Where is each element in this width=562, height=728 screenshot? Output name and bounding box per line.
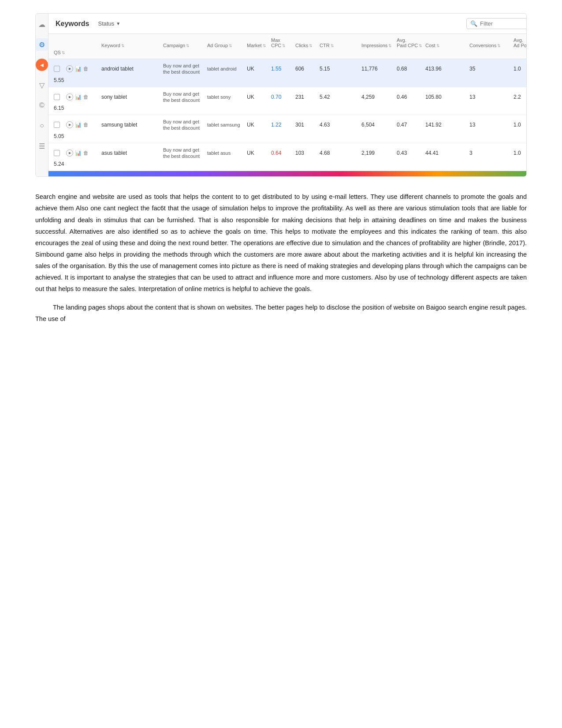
ctr-cell: 5.15 xyxy=(318,65,360,73)
table-footer-bar xyxy=(48,171,527,176)
sidebar-icon-cloud[interactable]: ☁ xyxy=(36,18,48,30)
row-checkbox[interactable] xyxy=(52,93,64,101)
keyword-cell: samsung tablet xyxy=(100,121,161,129)
ad-group-sort-icon: ⇅ xyxy=(229,44,232,48)
max-cpc-sort-icon: ⇅ xyxy=(282,44,286,48)
avg-ad-position-cell: 1.0 xyxy=(512,121,527,129)
play-button[interactable]: ▶ xyxy=(66,93,73,101)
col-max-cpc[interactable]: Max CPC ⇅ xyxy=(269,37,294,49)
edit-icon[interactable]: 🗑 xyxy=(83,150,89,156)
row-actions[interactable]: ▶ 📊 🗑 xyxy=(64,64,100,73)
row-checkbox[interactable] xyxy=(52,149,64,157)
sidebar-icon-menu[interactable]: ☰ xyxy=(36,140,48,152)
market-cell: UK xyxy=(245,121,269,129)
filter-search-box[interactable]: 🔍 xyxy=(466,18,527,29)
sidebar-icon-filter[interactable]: ▽ xyxy=(36,79,48,91)
edit-icon[interactable]: 🗑 xyxy=(83,66,89,72)
conversions-sort-icon: ⇅ xyxy=(497,44,501,48)
campaign-cell: Buy now and get the best discount xyxy=(161,62,205,76)
row-checkbox[interactable] xyxy=(52,65,64,73)
play-button[interactable]: ▶ xyxy=(66,65,73,72)
clicks-cell: 231 xyxy=(294,93,318,101)
ad-group-cell: tablet asus xyxy=(205,149,245,157)
col-avg-paid-cpc[interactable]: Avg. Paid CPC ⇅ xyxy=(395,37,424,49)
play-button[interactable]: ▶ xyxy=(66,149,73,157)
row-actions[interactable]: ▶ 📊 🗑 xyxy=(64,93,100,101)
col-actions xyxy=(64,37,100,49)
sidebar-icon-circle[interactable]: ○ xyxy=(36,119,48,132)
col-campaign[interactable]: Campaign ⇅ xyxy=(161,37,205,49)
column-headers: Keyword ⇅ Campaign ⇅ Ad Group ⇅ Market ⇅… xyxy=(48,34,527,59)
row-actions[interactable]: ▶ 📊 🗑 xyxy=(64,149,100,157)
cost-cell: 105.80 xyxy=(424,93,468,101)
col-ctr[interactable]: CTR ⇅ xyxy=(318,37,360,49)
table-row: ▶ 📊 🗑 sony tablet Buy now and get the be… xyxy=(48,87,527,116)
col-keyword[interactable]: Keyword ⇅ xyxy=(100,37,161,49)
page-title: Keywords xyxy=(56,20,89,28)
chart-icon[interactable]: 📊 xyxy=(75,150,82,156)
cost-cell: 141.92 xyxy=(424,121,468,129)
avg-paid-cpc-cell: 0.47 xyxy=(395,121,424,129)
campaign-sort-icon: ⇅ xyxy=(186,44,190,48)
campaign-cell: Buy now and get the best discount xyxy=(161,146,205,161)
sidebar: ☁ ⚙ ◄ ▽ © ○ ☰ xyxy=(36,14,48,176)
col-market[interactable]: Market ⇅ xyxy=(245,37,269,49)
col-conversions[interactable]: Conversions ⇅ xyxy=(468,37,512,49)
cost-cell: 44.41 xyxy=(424,149,468,157)
market-cell: UK xyxy=(245,149,269,157)
avg-ad-position-cell: 1.0 xyxy=(512,65,527,73)
chart-icon[interactable]: 📊 xyxy=(75,94,82,100)
edit-icon[interactable]: 🗑 xyxy=(83,94,89,100)
ctr-cell: 5.42 xyxy=(318,93,360,101)
table-body: ▶ 📊 🗑 android tablet Buy now and get the… xyxy=(48,59,527,171)
impressions-sort-icon: ⇅ xyxy=(388,44,392,48)
col-clicks[interactable]: Clicks ⇅ xyxy=(294,37,318,49)
sidebar-icon-settings[interactable]: ⚙ xyxy=(36,38,48,51)
filter-input[interactable] xyxy=(480,20,524,27)
avg-ad-position-cell: 1.0 xyxy=(512,149,527,157)
col-qs[interactable]: QS ⇅ xyxy=(52,49,64,56)
status-filter-button[interactable]: Status ▼ xyxy=(98,20,120,27)
avg-paid-cpc-cell: 0.46 xyxy=(395,93,424,101)
sidebar-icon-copyright[interactable]: © xyxy=(36,99,48,112)
qs-sort-icon: ⇅ xyxy=(62,51,65,55)
qs-cell: 5.24 xyxy=(52,160,64,168)
conversions-cell: 13 xyxy=(468,93,512,101)
table-row: ▶ 📊 🗑 android tablet Buy now and get the… xyxy=(48,59,527,87)
keywords-table-section: ☁ ⚙ ◄ ▽ © ○ ☰ Keywords Status ▼ 🔍 xyxy=(35,13,527,177)
qs-cell: 6.15 xyxy=(52,104,64,112)
clicks-sort-icon: ⇅ xyxy=(309,44,313,48)
avg-paid-cpc-cell: 0.43 xyxy=(395,149,424,157)
edit-icon[interactable]: 🗑 xyxy=(83,122,89,128)
impressions-cell: 4,259 xyxy=(360,93,395,101)
table-row: ▶ 📊 🗑 asus tablet Buy now and get the be… xyxy=(48,143,527,172)
keyword-cell: asus tablet xyxy=(100,149,161,157)
play-button[interactable]: ▶ xyxy=(66,121,73,128)
row-actions[interactable]: ▶ 📊 🗑 xyxy=(64,120,100,129)
ad-group-cell: tablet sony xyxy=(205,93,245,101)
impressions-cell: 6,504 xyxy=(360,121,395,129)
ad-group-cell: tablet samsung xyxy=(205,121,245,128)
clicks-cell: 103 xyxy=(294,149,318,157)
sidebar-icon-arrow[interactable]: ◄ xyxy=(36,59,48,71)
col-avg-ad-position[interactable]: Avg. Ad Position ⇅ xyxy=(512,37,527,49)
row-checkbox[interactable] xyxy=(52,121,64,129)
keyword-cell: android tablet xyxy=(100,65,161,73)
qs-cell: 5.05 xyxy=(52,132,64,140)
status-label: Status xyxy=(98,20,114,27)
col-cost[interactable]: Cost ⇅ xyxy=(424,37,468,49)
text-content-section: Search engine and website are used as to… xyxy=(35,191,527,325)
col-ad-group[interactable]: Ad Group ⇅ xyxy=(205,37,245,49)
keyword-cell: sony tablet xyxy=(100,93,161,101)
ctr-cell: 4.63 xyxy=(318,121,360,129)
col-impressions[interactable]: Impressions ⇅ xyxy=(360,37,395,49)
status-dropdown-icon: ▼ xyxy=(116,21,120,26)
chart-icon[interactable]: 📊 xyxy=(75,66,82,72)
conversions-cell: 35 xyxy=(468,65,512,73)
cost-cell: 413.96 xyxy=(424,65,468,73)
chart-icon[interactable]: 📊 xyxy=(75,122,82,128)
market-sort-icon: ⇅ xyxy=(263,44,266,48)
conversions-cell: 13 xyxy=(468,121,512,129)
col-checkbox xyxy=(52,37,64,49)
cost-sort-icon: ⇅ xyxy=(436,44,440,48)
